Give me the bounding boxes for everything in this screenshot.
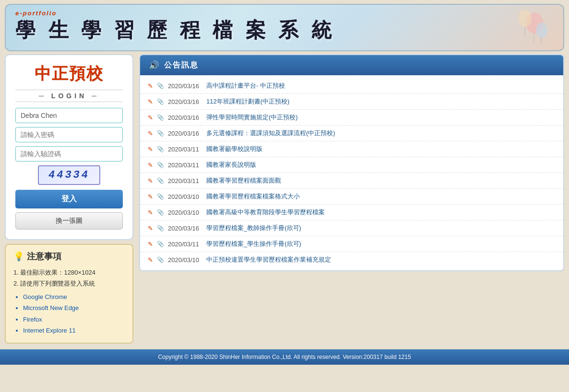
- announce-link[interactable]: 多元選修課程：選課須知及選課流程(中正預校): [206, 129, 335, 138]
- clip-icon: 📎: [157, 225, 164, 231]
- refresh-captcha-button[interactable]: 換一張圖: [15, 212, 123, 230]
- clip-icon: 📎: [157, 82, 164, 89]
- main-layout: 中正預校 ─ LOGIN ─ 44334 登入 換一張圖 💡 注意事項 1. 最…: [5, 54, 564, 344]
- header-subtitle: e-portfolio: [15, 10, 554, 17]
- announce-link[interactable]: 國教署家長說明版: [206, 161, 256, 169]
- lightbulb-icon: 💡: [13, 251, 24, 262]
- bookmark-icon: ✎: [148, 130, 153, 137]
- bookmark-icon: ✎: [148, 241, 153, 248]
- announce-item: ✎ 📎 2020/03/16 學習歷程檔案_教師操作手冊(欣可): [140, 220, 563, 236]
- announce-item: ✎ 📎 2020/03/11 國教署籲學校說明版: [140, 141, 563, 157]
- notes-line2: 2. 請使用下列瀏覽器登入系統: [13, 278, 125, 289]
- announce-item: ✎ 📎 2020/03/11 國教署家長說明版: [140, 157, 563, 173]
- announce-link[interactable]: 國教署籲學校說明版: [206, 145, 262, 153]
- browser-chrome: Google Chrome: [23, 291, 125, 302]
- bookmark-icon: ✎: [148, 98, 153, 105]
- speaker-icon: 🔊: [149, 60, 159, 70]
- svg-point-1: [518, 10, 532, 27]
- footer-text: Copyright © 1988-2020 ShinHer Informatio…: [158, 354, 411, 360]
- clip-icon: 📎: [157, 146, 164, 152]
- clip-icon: 📎: [157, 193, 164, 200]
- announce-link[interactable]: 國教署學習歷程檔案面面觀: [206, 176, 281, 185]
- captcha-input[interactable]: [15, 146, 123, 161]
- announce-link[interactable]: 國教署高級中等教育階段學生學習歷程檔案: [206, 208, 325, 217]
- announce-date: 2020/03/11: [168, 146, 202, 153]
- site-footer: Copyright © 1988-2020 ShinHer Informatio…: [0, 349, 569, 365]
- announce-date: 2020/03/16: [168, 98, 202, 105]
- announce-date: 2020/03/10: [168, 193, 202, 200]
- browser-firefox: Firefox: [23, 314, 125, 325]
- bookmark-icon: ✎: [148, 82, 153, 90]
- clip-icon: 📎: [157, 161, 164, 168]
- announce-item: ✎ 📎 2020/03/10 國教署學習歷程檔案檔案格式大小: [140, 189, 563, 205]
- username-input[interactable]: [15, 108, 123, 123]
- notes-content: 1. 最佳顯示效果：1280×1024 2. 請使用下列瀏覽器登入系統 Goog…: [13, 267, 125, 336]
- header-title: 學 生 學 習 歷 程 檔 案 系 統: [15, 17, 554, 44]
- announce-link[interactable]: 國教署學習歷程檔案檔案格式大小: [206, 192, 300, 201]
- bookmark-icon: ✎: [148, 209, 153, 216]
- announce-title: 公告訊息: [164, 60, 199, 70]
- svg-point-2: [536, 23, 547, 38]
- login-label: ─ LOGIN ─: [15, 90, 123, 102]
- announce-date: 2020/03/16: [168, 130, 202, 137]
- announce-item: ✎ 📎 2020/03/16 多元選修課程：選課須知及選課流程(中正預校): [140, 126, 563, 141]
- announce-date: 2020/03/16: [168, 114, 202, 121]
- clip-icon: 📎: [157, 241, 164, 247]
- clip-icon: 📎: [157, 256, 164, 263]
- bookmark-icon: ✎: [148, 225, 153, 232]
- clip-icon: 📎: [157, 98, 164, 105]
- announce-link[interactable]: 高中課程計畫平台- 中正預校: [206, 81, 285, 90]
- notes-line1: 1. 最佳顯示效果：1280×1024: [13, 267, 125, 278]
- clip-icon: 📎: [157, 114, 164, 121]
- bookmark-icon: ✎: [148, 193, 153, 200]
- announce-item: ✎ 📎 2020/03/16 高中課程計畫平台- 中正預校: [140, 78, 563, 94]
- browser-edge: Microsoft New Edge: [23, 302, 125, 313]
- announce-date: 2020/03/10: [168, 209, 202, 216]
- announce-link[interactable]: 學習歷程檔案_教師操作手冊(欣可): [206, 224, 301, 232]
- announce-list: ✎ 📎 2020/03/16 高中課程計畫平台- 中正預校 ✎ 📎 2020/0…: [140, 75, 563, 270]
- header-decoration: [496, 9, 549, 49]
- announce-date: 2020/03/11: [168, 241, 202, 248]
- clip-icon: 📎: [157, 177, 164, 184]
- announce-item: ✎ 📎 2020/03/16 112年班課程計劃書(中正預校): [140, 94, 563, 110]
- login-box: 中正預校 ─ LOGIN ─ 44334 登入 換一張圖: [5, 54, 133, 240]
- announce-link[interactable]: 112年班課程計劃書(中正預校): [206, 97, 289, 106]
- announce-date: 2020/03/10: [168, 256, 202, 264]
- bookmark-icon: ✎: [148, 256, 153, 264]
- bookmark-icon: ✎: [148, 161, 153, 169]
- bookmark-icon: ✎: [148, 114, 153, 121]
- notes-box: 💡 注意事項 1. 最佳顯示效果：1280×1024 2. 請使用下列瀏覽器登入…: [5, 244, 133, 344]
- announce-item: ✎ 📎 2020/03/10 國教署高級中等教育階段學生學習歷程檔案: [140, 205, 563, 220]
- login-button[interactable]: 登入: [15, 190, 123, 208]
- announce-item: ✎ 📎 2020/03/16 彈性學習時間實施規定(中正預校): [140, 110, 563, 126]
- browser-ie: Internet Explore 11: [23, 325, 125, 336]
- bookmark-icon: ✎: [148, 146, 153, 153]
- right-panel: 🔊 公告訊息 ✎ 📎 2020/03/16 高中課程計畫平台- 中正預校 ✎ 📎…: [139, 54, 564, 271]
- clip-icon: 📎: [157, 209, 164, 216]
- notes-title: 💡 注意事項: [13, 251, 125, 262]
- svg-line-3: [533, 34, 534, 42]
- announce-link[interactable]: 學習歷程檔案_學生操作手冊(欣可): [206, 240, 301, 248]
- announce-date: 2020/03/11: [168, 177, 202, 184]
- school-name: 中正預校: [15, 63, 123, 85]
- announce-item: ✎ 📎 2020/03/11 國教署學習歷程檔案面面觀: [140, 173, 563, 189]
- svg-line-5: [541, 38, 542, 45]
- announce-header: 🔊 公告訊息: [140, 55, 563, 75]
- announce-date: 2020/03/16: [168, 82, 202, 90]
- announce-link[interactable]: 彈性學習時間實施規定(中正預校): [206, 113, 298, 122]
- bookmark-icon: ✎: [148, 177, 153, 184]
- announce-date: 2020/03/16: [168, 225, 202, 232]
- left-panel: 中正預校 ─ LOGIN ─ 44334 登入 換一張圖 💡 注意事項 1. 最…: [5, 54, 133, 344]
- announce-link[interactable]: 中正預校違置學生學習歷程檔案作業補充規定: [206, 255, 331, 264]
- announce-item: ✎ 📎 2020/03/11 學習歷程檔案_學生操作手冊(欣可): [140, 236, 563, 252]
- browser-list: Google Chrome Microsoft New Edge Firefox…: [13, 291, 125, 336]
- announce-date: 2020/03/11: [168, 161, 202, 169]
- clip-icon: 📎: [157, 130, 164, 137]
- site-header: e-portfolio 學 生 學 習 歷 程 檔 案 系 統: [5, 4, 564, 51]
- announce-item: ✎ 📎 2020/03/10 中正預校違置學生學習歷程檔案作業補充規定: [140, 252, 563, 267]
- password-input[interactable]: [15, 127, 123, 142]
- captcha-image: 44334: [38, 165, 100, 185]
